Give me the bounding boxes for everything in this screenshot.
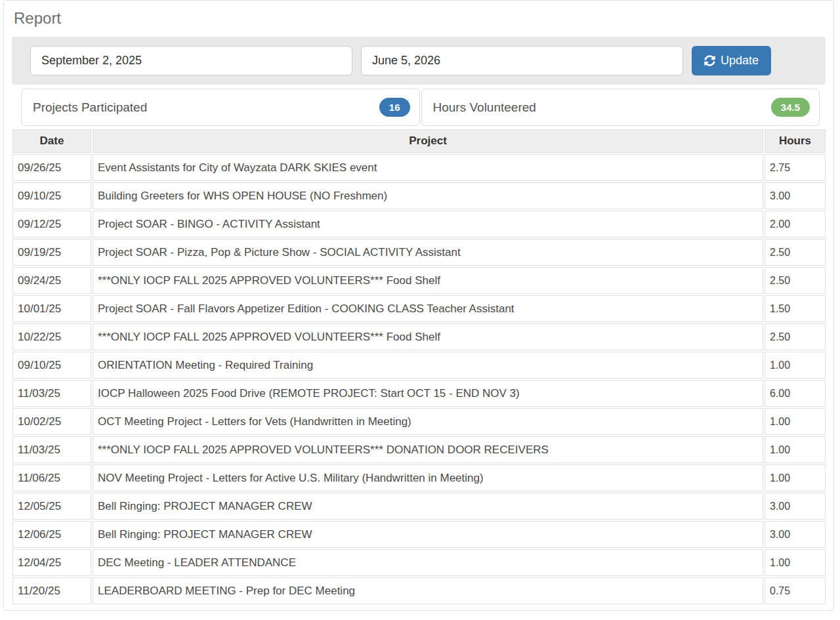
table-row: 11/20/25 LEADERBOARD MEETING - Prep for …: [12, 577, 826, 604]
table-row: 09/24/25 ***ONLY IOCP FALL 2025 APPROVED…: [12, 267, 826, 294]
date-cell: 10/01/25: [12, 295, 91, 322]
date-cell: 10/22/25: [12, 323, 91, 350]
project-cell: OCT Meeting Project - Letters for Vets (…: [93, 408, 763, 435]
project-cell: Project SOAR - Pizza, Pop & Picture Show…: [93, 239, 763, 266]
table-row: 10/02/25 OCT Meeting Project - Letters f…: [12, 408, 826, 435]
page-title: Report: [4, 1, 833, 37]
date-cell: 11/03/25: [12, 436, 91, 463]
table-row: 09/19/25 Project SOAR - Pizza, Pop & Pic…: [12, 239, 826, 266]
end-date-input[interactable]: [361, 46, 683, 75]
project-cell: Event Assistants for City of Wayzata DAR…: [93, 154, 763, 181]
date-cell: 09/24/25: [12, 267, 91, 294]
hours-cell: 3.00: [765, 521, 826, 548]
table-row: 11/06/25 NOV Meeting Project - Letters f…: [12, 465, 826, 491]
column-header-date: Date: [12, 129, 91, 153]
hours-cell: 3.00: [765, 493, 826, 520]
project-cell: Project SOAR - Fall Flavors Appetizer Ed…: [93, 295, 763, 322]
date-cell: 09/10/25: [12, 182, 91, 209]
table-row: 09/26/25 Event Assistants for City of Wa…: [12, 154, 826, 181]
project-cell: DEC Meeting - LEADER ATTENDANCE: [93, 549, 763, 576]
start-date-input[interactable]: [30, 46, 352, 75]
table-row: 12/04/25 DEC Meeting - LEADER ATTENDANCE…: [12, 549, 826, 576]
project-cell: Building Greeters for WHS OPEN HOUSE (NO…: [93, 182, 763, 209]
table-row: 09/12/25 Project SOAR - BINGO - ACTIVITY…: [12, 211, 826, 238]
table-row: 10/22/25 ***ONLY IOCP FALL 2025 APPROVED…: [12, 323, 826, 350]
project-cell: ORIENTATION Meeting - Required Training: [93, 352, 763, 379]
table-body: 09/26/25 Event Assistants for City of Wa…: [12, 154, 826, 604]
date-cell: 12/06/25: [12, 521, 91, 548]
date-cell: 12/04/25: [12, 549, 91, 576]
hours-total-badge: 34.5: [771, 98, 810, 117]
column-header-project: Project: [93, 129, 763, 153]
date-filter-toolbar: Update: [12, 37, 826, 85]
hours-cell: 3.00: [765, 182, 826, 209]
project-cell: NOV Meeting Project - Letters for Active…: [93, 465, 763, 491]
report-panel: Report Update Projects Participated 16 H…: [3, 0, 834, 611]
hours-volunteered-label: Hours Volunteered: [433, 100, 536, 115]
stats-row: Projects Participated 16 Hours Volunteer…: [21, 89, 820, 126]
projects-participated-label: Projects Participated: [33, 100, 147, 115]
hours-cell: 1.00: [765, 549, 826, 576]
hours-cell: 1.00: [765, 408, 826, 435]
table-row: 09/10/25 Building Greeters for WHS OPEN …: [12, 182, 826, 209]
update-button-label: Update: [721, 54, 759, 68]
project-cell: Bell Ringing: PROJECT MANAGER CREW: [93, 493, 763, 520]
hours-cell: 2.50: [765, 267, 826, 294]
stat-card-hours: Hours Volunteered 34.5: [421, 89, 820, 126]
table-header: Date Project Hours: [12, 129, 826, 153]
table-row: 12/06/25 Bell Ringing: PROJECT MANAGER C…: [12, 521, 826, 548]
hours-cell: 2.50: [765, 323, 826, 350]
date-cell: 12/05/25: [12, 493, 91, 520]
refresh-icon: [704, 55, 715, 66]
hours-cell: 0.75: [765, 577, 826, 604]
date-cell: 09/19/25: [12, 239, 91, 266]
date-cell: 11/03/25: [12, 380, 91, 407]
table-row: 11/03/25 ***ONLY IOCP FALL 2025 APPROVED…: [12, 436, 826, 463]
date-cell: 11/20/25: [12, 577, 91, 604]
date-cell: 11/06/25: [12, 465, 91, 491]
project-cell: ***ONLY IOCP FALL 2025 APPROVED VOLUNTEE…: [93, 323, 763, 350]
project-cell: LEADERBOARD MEETING - Prep for DEC Meeti…: [93, 577, 763, 604]
date-cell: 09/10/25: [12, 352, 91, 379]
date-cell: 10/02/25: [12, 408, 91, 435]
table-row: 10/01/25 Project SOAR - Fall Flavors App…: [12, 295, 826, 322]
hours-cell: 2.50: [765, 239, 826, 266]
hours-cell: 1.50: [765, 295, 826, 322]
projects-count-badge: 16: [379, 98, 410, 117]
table-row: 11/03/25 IOCP Halloween 2025 Food Drive …: [12, 380, 826, 407]
hours-cell: 2.00: [765, 211, 826, 238]
date-cell: 09/12/25: [12, 211, 91, 238]
hours-cell: 1.00: [765, 352, 826, 379]
hours-cell: 2.75: [765, 154, 826, 181]
stat-card-projects: Projects Participated 16: [21, 89, 420, 126]
hours-cell: 6.00: [765, 380, 826, 407]
project-cell: ***ONLY IOCP FALL 2025 APPROVED VOLUNTEE…: [93, 267, 763, 294]
project-cell: Bell Ringing: PROJECT MANAGER CREW: [93, 521, 763, 548]
column-header-hours: Hours: [765, 129, 826, 153]
table-row: 12/05/25 Bell Ringing: PROJECT MANAGER C…: [12, 493, 826, 520]
hours-cell: 1.00: [765, 465, 826, 491]
update-button[interactable]: Update: [692, 46, 771, 75]
project-cell: Project SOAR - BINGO - ACTIVITY Assistan…: [93, 211, 763, 238]
report-table: Date Project Hours 09/26/25 Event Assist…: [11, 128, 827, 606]
hours-cell: 1.00: [765, 436, 826, 463]
project-cell: IOCP Halloween 2025 Food Drive (REMOTE P…: [93, 380, 763, 407]
date-cell: 09/26/25: [12, 154, 91, 181]
table-row: 09/10/25 ORIENTATION Meeting - Required …: [12, 352, 826, 379]
project-cell: ***ONLY IOCP FALL 2025 APPROVED VOLUNTEE…: [93, 436, 763, 463]
